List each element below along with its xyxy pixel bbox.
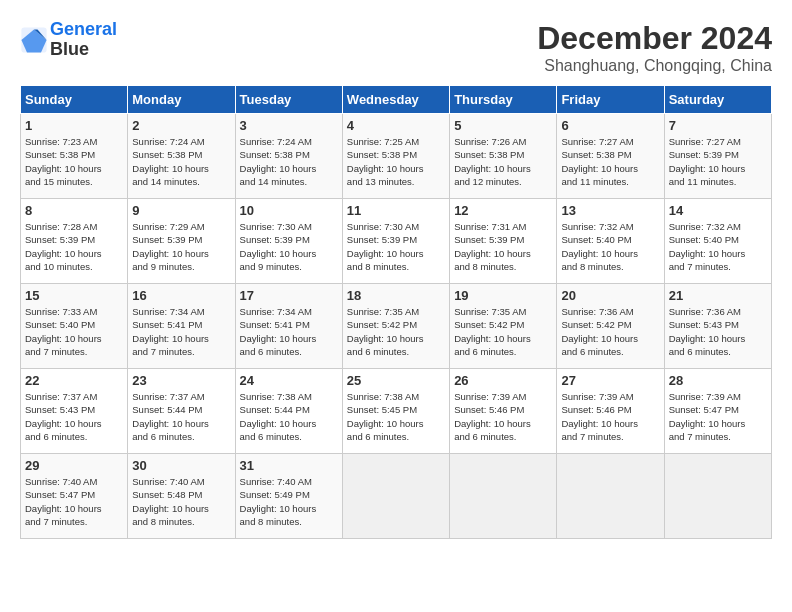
col-friday: Friday (557, 86, 664, 114)
day-info: Sunrise: 7:31 AM Sunset: 5:39 PM Dayligh… (454, 220, 552, 273)
calendar-cell: 19Sunrise: 7:35 AM Sunset: 5:42 PM Dayli… (450, 284, 557, 369)
day-info: Sunrise: 7:39 AM Sunset: 5:46 PM Dayligh… (561, 390, 659, 443)
day-info: Sunrise: 7:24 AM Sunset: 5:38 PM Dayligh… (240, 135, 338, 188)
calendar-cell: 20Sunrise: 7:36 AM Sunset: 5:42 PM Dayli… (557, 284, 664, 369)
day-number: 3 (240, 118, 338, 133)
day-info: Sunrise: 7:33 AM Sunset: 5:40 PM Dayligh… (25, 305, 123, 358)
calendar-cell (450, 454, 557, 539)
calendar-cell: 26Sunrise: 7:39 AM Sunset: 5:46 PM Dayli… (450, 369, 557, 454)
calendar-cell: 24Sunrise: 7:38 AM Sunset: 5:44 PM Dayli… (235, 369, 342, 454)
calendar-cell (664, 454, 771, 539)
day-info: Sunrise: 7:34 AM Sunset: 5:41 PM Dayligh… (132, 305, 230, 358)
day-number: 22 (25, 373, 123, 388)
calendar-cell: 18Sunrise: 7:35 AM Sunset: 5:42 PM Dayli… (342, 284, 449, 369)
day-info: Sunrise: 7:36 AM Sunset: 5:43 PM Dayligh… (669, 305, 767, 358)
day-number: 16 (132, 288, 230, 303)
day-number: 12 (454, 203, 552, 218)
day-number: 26 (454, 373, 552, 388)
header-row: Sunday Monday Tuesday Wednesday Thursday… (21, 86, 772, 114)
logo: General Blue (20, 20, 117, 60)
day-number: 4 (347, 118, 445, 133)
day-info: Sunrise: 7:40 AM Sunset: 5:48 PM Dayligh… (132, 475, 230, 528)
calendar-week-5: 29Sunrise: 7:40 AM Sunset: 5:47 PM Dayli… (21, 454, 772, 539)
calendar-cell: 31Sunrise: 7:40 AM Sunset: 5:49 PM Dayli… (235, 454, 342, 539)
calendar-cell: 15Sunrise: 7:33 AM Sunset: 5:40 PM Dayli… (21, 284, 128, 369)
day-info: Sunrise: 7:35 AM Sunset: 5:42 PM Dayligh… (347, 305, 445, 358)
calendar-cell: 30Sunrise: 7:40 AM Sunset: 5:48 PM Dayli… (128, 454, 235, 539)
day-info: Sunrise: 7:26 AM Sunset: 5:38 PM Dayligh… (454, 135, 552, 188)
day-number: 19 (454, 288, 552, 303)
day-number: 31 (240, 458, 338, 473)
day-number: 21 (669, 288, 767, 303)
calendar-week-3: 15Sunrise: 7:33 AM Sunset: 5:40 PM Dayli… (21, 284, 772, 369)
day-info: Sunrise: 7:34 AM Sunset: 5:41 PM Dayligh… (240, 305, 338, 358)
calendar-cell: 25Sunrise: 7:38 AM Sunset: 5:45 PM Dayli… (342, 369, 449, 454)
calendar-week-4: 22Sunrise: 7:37 AM Sunset: 5:43 PM Dayli… (21, 369, 772, 454)
calendar-cell: 1Sunrise: 7:23 AM Sunset: 5:38 PM Daylig… (21, 114, 128, 199)
day-info: Sunrise: 7:32 AM Sunset: 5:40 PM Dayligh… (561, 220, 659, 273)
col-saturday: Saturday (664, 86, 771, 114)
calendar-cell: 14Sunrise: 7:32 AM Sunset: 5:40 PM Dayli… (664, 199, 771, 284)
calendar-cell: 28Sunrise: 7:39 AM Sunset: 5:47 PM Dayli… (664, 369, 771, 454)
day-number: 8 (25, 203, 123, 218)
day-number: 14 (669, 203, 767, 218)
day-info: Sunrise: 7:30 AM Sunset: 5:39 PM Dayligh… (240, 220, 338, 273)
calendar-cell: 23Sunrise: 7:37 AM Sunset: 5:44 PM Dayli… (128, 369, 235, 454)
calendar-week-2: 8Sunrise: 7:28 AM Sunset: 5:39 PM Daylig… (21, 199, 772, 284)
calendar-cell: 9Sunrise: 7:29 AM Sunset: 5:39 PM Daylig… (128, 199, 235, 284)
day-number: 10 (240, 203, 338, 218)
day-info: Sunrise: 7:37 AM Sunset: 5:44 PM Dayligh… (132, 390, 230, 443)
calendar-cell: 11Sunrise: 7:30 AM Sunset: 5:39 PM Dayli… (342, 199, 449, 284)
day-info: Sunrise: 7:39 AM Sunset: 5:46 PM Dayligh… (454, 390, 552, 443)
day-info: Sunrise: 7:23 AM Sunset: 5:38 PM Dayligh… (25, 135, 123, 188)
day-info: Sunrise: 7:38 AM Sunset: 5:45 PM Dayligh… (347, 390, 445, 443)
calendar-cell: 12Sunrise: 7:31 AM Sunset: 5:39 PM Dayli… (450, 199, 557, 284)
day-number: 30 (132, 458, 230, 473)
day-info: Sunrise: 7:24 AM Sunset: 5:38 PM Dayligh… (132, 135, 230, 188)
title-block: December 2024 Shanghuang, Chongqing, Chi… (537, 20, 772, 75)
day-number: 1 (25, 118, 123, 133)
day-number: 24 (240, 373, 338, 388)
calendar-cell: 17Sunrise: 7:34 AM Sunset: 5:41 PM Dayli… (235, 284, 342, 369)
calendar-cell (557, 454, 664, 539)
day-number: 9 (132, 203, 230, 218)
calendar-cell: 4Sunrise: 7:25 AM Sunset: 5:38 PM Daylig… (342, 114, 449, 199)
day-info: Sunrise: 7:25 AM Sunset: 5:38 PM Dayligh… (347, 135, 445, 188)
page-header: General Blue December 2024 Shanghuang, C… (20, 20, 772, 75)
logo-icon (20, 26, 48, 54)
day-info: Sunrise: 7:27 AM Sunset: 5:39 PM Dayligh… (669, 135, 767, 188)
calendar-cell: 5Sunrise: 7:26 AM Sunset: 5:38 PM Daylig… (450, 114, 557, 199)
calendar-cell: 8Sunrise: 7:28 AM Sunset: 5:39 PM Daylig… (21, 199, 128, 284)
col-tuesday: Tuesday (235, 86, 342, 114)
month-title: December 2024 (537, 20, 772, 57)
day-info: Sunrise: 7:32 AM Sunset: 5:40 PM Dayligh… (669, 220, 767, 273)
day-number: 27 (561, 373, 659, 388)
calendar-cell: 3Sunrise: 7:24 AM Sunset: 5:38 PM Daylig… (235, 114, 342, 199)
calendar-cell: 7Sunrise: 7:27 AM Sunset: 5:39 PM Daylig… (664, 114, 771, 199)
location: Shanghuang, Chongqing, China (537, 57, 772, 75)
calendar-cell: 29Sunrise: 7:40 AM Sunset: 5:47 PM Dayli… (21, 454, 128, 539)
calendar-cell: 2Sunrise: 7:24 AM Sunset: 5:38 PM Daylig… (128, 114, 235, 199)
col-sunday: Sunday (21, 86, 128, 114)
day-info: Sunrise: 7:38 AM Sunset: 5:44 PM Dayligh… (240, 390, 338, 443)
calendar-cell: 6Sunrise: 7:27 AM Sunset: 5:38 PM Daylig… (557, 114, 664, 199)
day-info: Sunrise: 7:40 AM Sunset: 5:47 PM Dayligh… (25, 475, 123, 528)
day-number: 20 (561, 288, 659, 303)
day-number: 11 (347, 203, 445, 218)
calendar-cell: 22Sunrise: 7:37 AM Sunset: 5:43 PM Dayli… (21, 369, 128, 454)
day-number: 6 (561, 118, 659, 133)
day-number: 25 (347, 373, 445, 388)
calendar-table: Sunday Monday Tuesday Wednesday Thursday… (20, 85, 772, 539)
day-info: Sunrise: 7:40 AM Sunset: 5:49 PM Dayligh… (240, 475, 338, 528)
day-number: 13 (561, 203, 659, 218)
calendar-cell (342, 454, 449, 539)
calendar-cell: 27Sunrise: 7:39 AM Sunset: 5:46 PM Dayli… (557, 369, 664, 454)
day-number: 7 (669, 118, 767, 133)
day-number: 29 (25, 458, 123, 473)
day-info: Sunrise: 7:39 AM Sunset: 5:47 PM Dayligh… (669, 390, 767, 443)
day-info: Sunrise: 7:37 AM Sunset: 5:43 PM Dayligh… (25, 390, 123, 443)
day-info: Sunrise: 7:36 AM Sunset: 5:42 PM Dayligh… (561, 305, 659, 358)
logo-text: General Blue (50, 20, 117, 60)
calendar-week-1: 1Sunrise: 7:23 AM Sunset: 5:38 PM Daylig… (21, 114, 772, 199)
calendar-cell: 21Sunrise: 7:36 AM Sunset: 5:43 PM Dayli… (664, 284, 771, 369)
